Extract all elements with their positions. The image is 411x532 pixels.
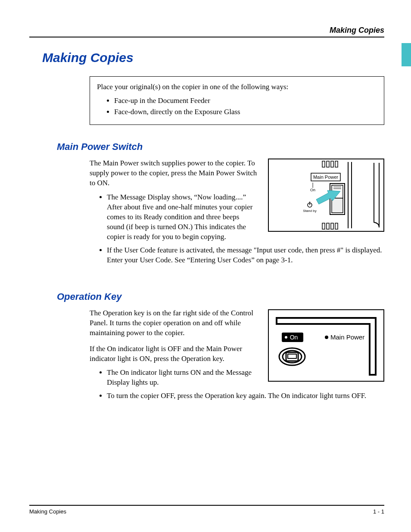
svg-rect-6 — [331, 223, 333, 229]
standby-symbol-icon — [308, 202, 312, 207]
intro-lead: Place your original(s) on the copier in … — [97, 82, 377, 92]
operation-list-cont: To turn the copier OFF, press the Operat… — [107, 391, 384, 401]
main-power-list: The Message Display shows, “Now loading.… — [107, 193, 260, 242]
svg-rect-0 — [322, 161, 325, 167]
intro-item: Face-down, directly on the Exposure Glas… — [114, 107, 377, 117]
label-main-power: Main Power — [313, 174, 338, 180]
operation-key-button-icon — [279, 348, 305, 365]
running-head: Making Copies — [29, 26, 384, 35]
section-body-operation-key: The Operation key is on the far right si… — [90, 308, 384, 401]
on-label-group: On — [282, 333, 303, 342]
section-title-main-power: Main Power Switch — [57, 141, 384, 152]
main-power-bullet: If the User Code feature is activated, t… — [107, 246, 384, 265]
operation-para2: If the On indicator light is OFF and the… — [90, 344, 260, 364]
svg-rect-3 — [335, 161, 338, 167]
operation-bullet: The On indicator light turns ON and the … — [107, 368, 260, 388]
header-rule — [29, 37, 384, 37]
page-footer: Making Copies 1 - 1 — [29, 505, 384, 515]
svg-rect-19 — [288, 354, 296, 358]
footer-right: 1 - 1 — [373, 508, 384, 515]
panel-edge-icon — [374, 163, 379, 227]
label-on: On — [290, 334, 298, 341]
intro-box: Place your original(s) on the copier in … — [90, 76, 384, 125]
svg-rect-2 — [331, 161, 333, 167]
figure-main-power-switch: Main Power | On Stand by — [268, 159, 384, 232]
main-power-list-cont: If the User Code feature is activated, t… — [107, 246, 384, 265]
svg-rect-5 — [327, 223, 329, 229]
label-on: On — [310, 188, 315, 192]
operation-para1: The Operation key is on the far right si… — [90, 308, 260, 338]
indicator-dot-icon — [325, 336, 328, 339]
figure-border — [268, 310, 384, 381]
main-power-para1: The Main Power switch supplies power to … — [90, 159, 260, 188]
svg-rect-4 — [322, 223, 325, 229]
section-title-operation-key: Operation Key — [57, 291, 384, 302]
label-standby: Stand by — [303, 209, 317, 213]
page-container: Making Copies Making Copies Place your o… — [0, 0, 411, 532]
operation-list: The On indicator light turns ON and the … — [107, 368, 260, 388]
svg-rect-7 — [335, 223, 338, 229]
footer-left: Making Copies — [29, 508, 66, 515]
svg-rect-1 — [327, 161, 329, 167]
intro-item: Face-up in the Document Feeder — [114, 96, 377, 106]
on-symbol-icon: | — [312, 182, 313, 188]
operation-bullet: To turn the copier OFF, press the Operat… — [107, 391, 384, 401]
label-main-power: Main Power — [330, 333, 364, 341]
top-vent-icon — [322, 161, 338, 167]
footer-rule — [29, 505, 384, 506]
panel-outline-icon — [277, 318, 376, 375]
bottom-vent-icon — [322, 223, 338, 229]
section-body-main-power: The Main Power switch supplies power to … — [90, 159, 384, 265]
figure-operation-key: On Main Power — [268, 309, 384, 382]
intro-list: Face-up in the Document Feeder Face-down… — [114, 96, 377, 117]
main-power-bullet: The Message Display shows, “Now loading.… — [107, 193, 260, 242]
chapter-title: Making Copies — [42, 50, 384, 65]
svg-point-15 — [285, 336, 287, 339]
